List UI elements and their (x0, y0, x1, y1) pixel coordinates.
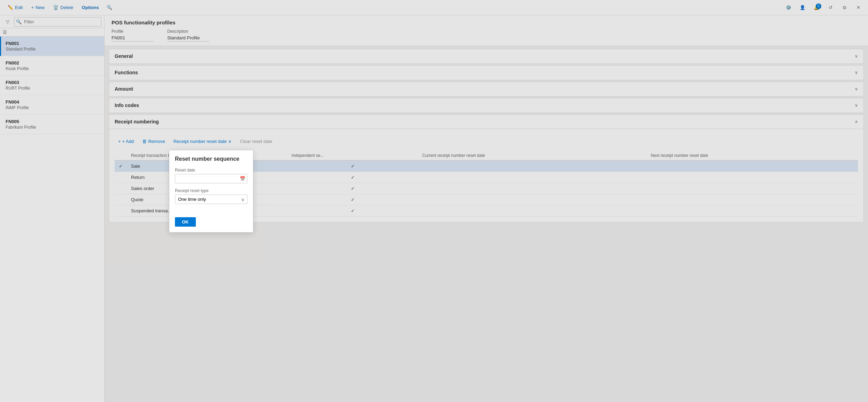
reset-type-form-group: Receipt reset type One time only Recurri… (175, 188, 247, 204)
modal-title: Reset number sequence (175, 156, 247, 162)
modal-header: Reset number sequence (169, 150, 253, 165)
modal-ok-button[interactable]: OK (175, 217, 196, 227)
modal-footer: OK (169, 214, 253, 232)
reset-date-form-group: Reset date 📅 (175, 168, 247, 183)
reset-number-sequence-modal: Reset number sequence Reset date 📅 Recei… (169, 150, 253, 233)
reset-type-form-label: Receipt reset type (175, 188, 247, 193)
modal-body: Reset date 📅 Receipt reset type One time… (169, 165, 253, 214)
reset-date-input[interactable] (175, 174, 247, 183)
reset-date-form-label: Reset date (175, 168, 247, 173)
reset-type-select-wrapper: One time only Recurring ∨ (175, 195, 247, 204)
calendar-icon[interactable]: 📅 (240, 176, 245, 181)
reset-type-select[interactable]: One time only Recurring (175, 195, 247, 204)
modal-overlay[interactable] (0, 0, 868, 402)
modal-ok-label: OK (182, 219, 189, 225)
reset-date-input-wrapper: 📅 (175, 174, 247, 183)
